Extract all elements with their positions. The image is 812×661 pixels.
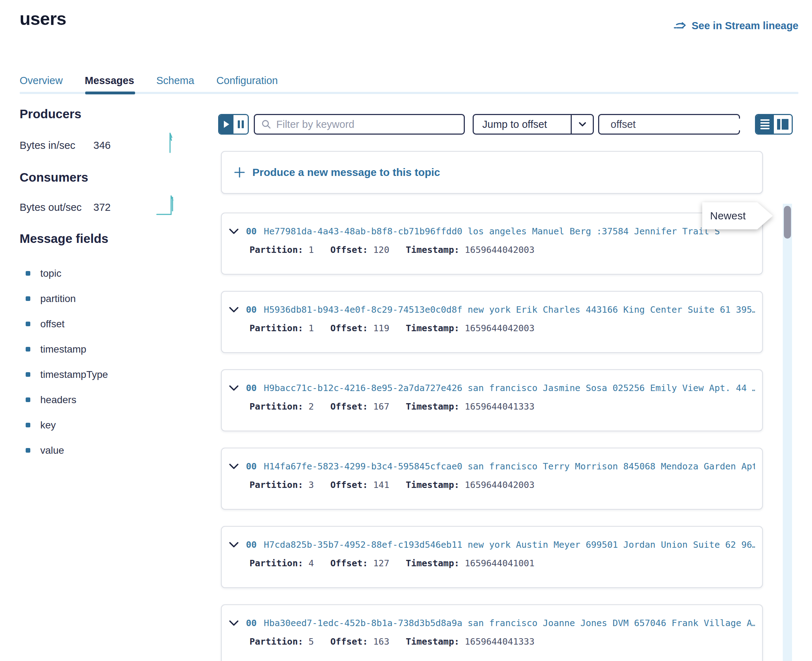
message-field-headers: headers: [26, 387, 108, 412]
chevron-down-icon: [229, 307, 239, 313]
message-meta: Partition: 2 Offset: 167 Timestamp: 1659…: [250, 401, 534, 412]
pause-icon: [242, 120, 244, 128]
list-view-icon: [760, 125, 770, 126]
message-row[interactable]: 00 H9bacc71c-b12c-4216-8e95-2a7da727e426…: [221, 369, 763, 431]
partition-value: 3: [309, 480, 314, 490]
partition-label: Partition:: [250, 558, 303, 568]
offset-value: 167: [373, 401, 389, 412]
partition-value: 5: [309, 636, 314, 647]
offset-value: 119: [373, 323, 389, 333]
search-icon: [261, 119, 271, 129]
filter-keyword-input[interactable]: [276, 118, 457, 130]
tab-track: [19, 92, 798, 94]
field-label: key: [40, 420, 56, 431]
tab-configuration[interactable]: Configuration: [216, 75, 278, 91]
lineage-arrow-icon: [674, 21, 687, 30]
message-preview: H7cda825b-35b7-4952-88ef-c193d546eb11 ne…: [264, 540, 755, 550]
partition-label: Partition:: [250, 480, 303, 490]
play-button[interactable]: [219, 115, 234, 134]
partition-label: Partition:: [250, 323, 303, 333]
scrollbar-track[interactable]: [783, 204, 792, 661]
list-view-icon: [760, 119, 770, 121]
select-caret[interactable]: [571, 115, 593, 134]
field-bullet-icon: [26, 322, 30, 326]
chevron-down-icon: [229, 463, 239, 469]
message-meta: Partition: 1 Offset: 119 Timestamp: 1659…: [250, 323, 534, 333]
field-bullet-icon: [26, 372, 30, 377]
bytes-in-value: 346: [93, 140, 111, 152]
column-view-button[interactable]: [774, 115, 792, 134]
partition-value: 2: [309, 401, 314, 412]
stream-lineage-link[interactable]: See in Stream lineage: [674, 20, 798, 32]
expand-message-button[interactable]: [229, 307, 239, 313]
field-label: value: [40, 445, 64, 456]
message-row[interactable]: 00 H14fa67fe-5823-4299-b3c4-595845cfcae0…: [221, 448, 763, 509]
message-meta: Partition: 4 Offset: 127 Timestamp: 1659…: [250, 558, 534, 568]
message-row[interactable]: 00 Hba30eed7-1edc-452b-8b1a-738d3b5d8a9a…: [221, 604, 763, 661]
chevron-down-icon: [229, 228, 239, 234]
message-key: 00: [246, 540, 257, 550]
offset-label: Offset:: [330, 401, 368, 412]
expand-message-button[interactable]: [229, 228, 239, 234]
tab-messages[interactable]: Messages: [85, 75, 135, 91]
expand-message-button[interactable]: [229, 463, 239, 469]
chevron-down-icon: [229, 620, 239, 626]
expand-message-button[interactable]: [229, 620, 239, 626]
offset-search-field: [598, 114, 740, 135]
plus-icon: [234, 167, 245, 178]
expand-message-button[interactable]: [229, 385, 239, 391]
page-title: users: [19, 8, 66, 29]
message-field-value: value: [26, 438, 108, 463]
view-mode-toggle: [755, 114, 793, 135]
message-row[interactable]: 00 He77981da-4a43-48ab-b8f8-cb71b96ffdd0…: [221, 212, 763, 275]
message-key: 00: [246, 305, 257, 315]
produce-message-button[interactable]: Produce a new message to this topic: [221, 151, 763, 194]
producers-heading: Producers: [19, 107, 81, 121]
consumers-heading: Consumers: [19, 170, 88, 185]
message-preview: H14fa67fe-5823-4299-b3c4-595845cfcae0 sa…: [264, 461, 755, 471]
timestamp-value: 1659644042003: [465, 245, 535, 255]
message-meta: Partition: 5 Offset: 163 Timestamp: 1659…: [250, 636, 534, 647]
message-field-partition: partition: [26, 286, 108, 311]
timestamp-label: Timestamp:: [406, 245, 460, 255]
offset-label: Offset:: [330, 480, 368, 490]
timestamp-label: Timestamp:: [406, 401, 460, 412]
message-row[interactable]: 00 H5936db81-b943-4e0f-8c29-74513e0c0d8f…: [221, 291, 763, 353]
message-row[interactable]: 00 H7cda825b-35b7-4952-88ef-c193d546eb11…: [221, 526, 763, 588]
timestamp-label: Timestamp:: [406, 323, 460, 333]
bytes-in-label: Bytes in/sec: [19, 140, 75, 152]
message-key: 00: [246, 383, 257, 393]
message-fields-heading: Message fields: [19, 232, 108, 246]
bytes-in-row: Bytes in/sec 346: [19, 140, 205, 154]
pause-icon: [238, 120, 240, 128]
tab-overview[interactable]: Overview: [19, 75, 63, 91]
message-field-timestampType: timestampType: [26, 362, 108, 387]
field-label: timestamp: [40, 344, 86, 355]
column-view-icon: [782, 119, 788, 129]
timestamp-label: Timestamp:: [406, 480, 460, 490]
scrollbar-thumb[interactable]: [784, 206, 791, 239]
topic-tabs: Overview Messages Schema Configuration: [19, 75, 278, 91]
partition-label: Partition:: [250, 401, 303, 412]
offset-value: 141: [373, 480, 389, 490]
pause-button[interactable]: [234, 115, 248, 134]
offset-input[interactable]: [610, 118, 745, 130]
chevron-down-icon: [579, 122, 586, 127]
field-label: timestampType: [40, 369, 108, 380]
play-pause-toggle: [218, 114, 249, 135]
jump-to-offset-value: Jump to offset: [474, 118, 566, 130]
tab-schema[interactable]: Schema: [157, 75, 194, 91]
bytes-out-value: 372: [93, 201, 111, 213]
offset-value: 127: [373, 558, 389, 568]
message-fields-list: topic partition offset timestamp timesta…: [26, 261, 108, 463]
list-view-button[interactable]: [756, 115, 774, 134]
offset-label: Offset:: [330, 558, 368, 568]
jump-to-offset-select[interactable]: Jump to offset: [472, 114, 594, 135]
expand-message-button[interactable]: [229, 542, 239, 548]
message-field-offset: offset: [26, 311, 108, 337]
filter-field: [254, 114, 465, 135]
timestamp-label: Timestamp:: [406, 636, 460, 647]
produce-message-label: Produce a new message to this topic: [252, 166, 440, 179]
message-preview: H5936db81-b943-4e0f-8c29-74513e0c0d8f ne…: [264, 305, 755, 315]
chevron-down-icon: [229, 385, 239, 391]
